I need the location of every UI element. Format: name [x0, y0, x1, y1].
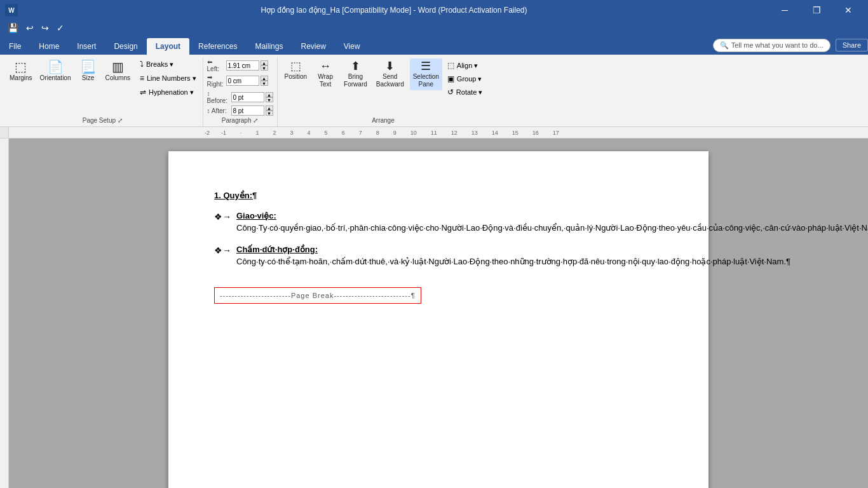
- hyphenation-button[interactable]: ⇌ Hyphenation ▾: [137, 86, 199, 98]
- undo-button[interactable]: ↩: [24, 22, 36, 34]
- spacing-after-icon: ↕ After:: [207, 107, 230, 114]
- indent-left-icon: ⬅ Left:: [207, 58, 225, 72]
- vertical-ruler: [0, 139, 9, 488]
- breaks-button[interactable]: ⤵ Breaks ▾: [137, 58, 199, 70]
- spacing-before-arrows: ▲ ▼: [266, 92, 273, 102]
- ribbon-group-page-setup: ⬚ Margins 📄 Orientation 📃 Size ▥ Columns…: [3, 57, 203, 126]
- rotate-button[interactable]: ↺ Rotate ▾: [445, 86, 485, 98]
- quick-access-toolbar: 💾 ↩ ↪ ✓: [0, 20, 868, 36]
- wrap-text-button[interactable]: ↔ WrapText: [313, 58, 338, 90]
- spacing-before-row: ↕ Before: 0 pt ▲ ▼: [207, 90, 273, 104]
- bullet-label-1: Giao·việc:: [236, 211, 276, 220]
- page-setup-small: ⤵ Breaks ▾ ≡ Line Numbers ▾ ⇌ Hyphenatio…: [137, 58, 199, 98]
- indent-right-down[interactable]: ▼: [261, 81, 268, 86]
- spacing-after-down[interactable]: ▼: [266, 111, 273, 116]
- margins-icon: ⬚: [15, 60, 27, 73]
- tab-home[interactable]: Home: [30, 38, 68, 55]
- tab-design[interactable]: Design: [105, 38, 146, 55]
- spacing-after-row: ↕ After: 8 pt ▲ ▼: [207, 105, 273, 116]
- orientation-label: Orientation: [40, 74, 71, 82]
- bullet-item-2: ❖→ Chấm·dứt·hợp·đồng: Công·ty·có·thể·tạm…: [214, 243, 663, 268]
- line-numbers-label: Line Numbers ▾: [147, 74, 196, 83]
- position-button[interactable]: ⬚ Position: [281, 58, 311, 83]
- indent-right-up[interactable]: ▲: [261, 76, 268, 81]
- group-label: Group ▾: [457, 75, 482, 83]
- spacing-before-down[interactable]: ▼: [266, 97, 273, 102]
- line-numbers-button[interactable]: ≡ Line Numbers ▾: [137, 72, 199, 84]
- bring-forward-label: BringForward: [344, 73, 367, 88]
- paragraph-content: ⬅ Left: 1.91 cm ▲ ▼ ➡ Right: 0 cm ▲: [207, 58, 273, 116]
- bring-forward-button[interactable]: ⬆ BringForward: [341, 58, 370, 90]
- check-button[interactable]: ✓: [54, 22, 67, 34]
- spacing-after-input[interactable]: 8 pt: [231, 105, 264, 116]
- bullet-item-1: ❖→ Giao·việc: Công·Ty·có·quyền·giao,·bố·…: [214, 210, 663, 234]
- title-bar-title: Hợp đồng lao động_Ha [Compatibility Mode…: [18, 6, 770, 15]
- size-button[interactable]: 📃 Size: [76, 58, 101, 84]
- tab-review[interactable]: Review: [292, 38, 334, 55]
- tab-mailings[interactable]: Mailings: [246, 38, 292, 55]
- ruler-corner: [0, 127, 9, 139]
- redo-button[interactable]: ↪: [39, 22, 51, 34]
- bullet-content-1: Công·Ty·có·quyền·giao,·bố·trí,·phân·chia…: [236, 223, 868, 233]
- tab-insert[interactable]: Insert: [68, 38, 105, 55]
- document-area: 1. Quyền:¶ ❖→ Giao·việc: Công·Ty·có·quyề…: [0, 139, 868, 488]
- spacing-group: ↕ Before: 0 pt ▲ ▼ ↕ After: 8 pt ▲ ▼: [207, 90, 273, 116]
- tab-references[interactable]: References: [189, 38, 246, 55]
- close-button[interactable]: ✕: [834, 0, 863, 20]
- indent-right-input[interactable]: 0 cm: [226, 76, 259, 86]
- group-button[interactable]: ▣ Group ▾: [445, 73, 485, 85]
- search-icon: 🔍: [720, 41, 729, 50]
- page-setup-label: Page Setup ⤢: [83, 116, 123, 125]
- columns-label: Columns: [105, 74, 130, 82]
- indent-left-up[interactable]: ▲: [261, 60, 268, 65]
- bullet-marker-1: ❖→: [214, 210, 231, 234]
- spacing-after-up[interactable]: ▲: [266, 105, 273, 111]
- rotate-icon: ↺: [447, 88, 454, 97]
- bullet-text-2: Chấm·dứt·hợp·đồng: Công·ty·có·thể·tạm·ho…: [236, 243, 790, 268]
- align-icon: ⬚: [447, 61, 454, 70]
- page-break-indicator: ------------------------Page Break------…: [214, 287, 421, 304]
- selection-pane-icon: ☰: [421, 60, 431, 72]
- save-button[interactable]: 💾: [5, 22, 21, 34]
- restore-button[interactable]: ❐: [802, 0, 831, 20]
- title-bar: W Hợp đồng lao động_Ha [Compatibility Mo…: [0, 0, 868, 20]
- send-backward-label: SendBackward: [376, 73, 404, 88]
- tell-me-box[interactable]: 🔍 Tell me what you want to do...: [713, 39, 831, 52]
- tab-file[interactable]: File: [0, 38, 30, 55]
- hyphenation-label: Hyphenation ▾: [149, 88, 194, 97]
- tab-view[interactable]: View: [335, 38, 369, 55]
- position-icon: ⬚: [290, 60, 301, 72]
- bullet-label-2: Chấm·dứt·hợp·đồng:: [236, 245, 318, 254]
- horizontal-ruler: -2 -1 · 1 2 3 4 5 6 7 8 9 10 11 12 13 14…: [0, 127, 868, 139]
- tab-layout[interactable]: Layout: [147, 38, 189, 55]
- document-scroll[interactable]: 1. Quyền:¶ ❖→ Giao·việc: Công·Ty·có·quyề…: [9, 139, 868, 488]
- indent-left-row: ⬅ Left: 1.91 cm ▲ ▼: [207, 58, 268, 72]
- orientation-button[interactable]: 📄 Orientation: [37, 58, 74, 84]
- page-setup-content: ⬚ Margins 📄 Orientation 📃 Size ▥ Columns…: [6, 58, 199, 116]
- bullet-text-1: Giao·việc: Công·Ty·có·quyền·giao,·bố·trí…: [236, 210, 868, 234]
- document-page: 1. Quyền:¶ ❖→ Giao·việc: Công·Ty·có·quyề…: [168, 151, 709, 488]
- section-heading: 1. Quyền:¶: [214, 189, 663, 202]
- breaks-label: Breaks ▾: [146, 60, 173, 69]
- margins-button[interactable]: ⬚ Margins: [6, 58, 36, 84]
- arrange-extra: ⬚ Align ▾ ▣ Group ▾ ↺ Rotate ▾: [445, 58, 485, 98]
- margins-label: Margins: [10, 74, 32, 82]
- indent-left-down[interactable]: ▼: [261, 65, 268, 71]
- group-icon: ▣: [447, 74, 454, 83]
- title-bar-left: W: [5, 4, 18, 17]
- spacing-before-input[interactable]: 0 pt: [231, 92, 264, 102]
- columns-button[interactable]: ▥ Columns: [102, 58, 133, 84]
- wrap-text-icon: ↔: [320, 60, 331, 72]
- arrange-content: ⬚ Position ↔ WrapText ⬆ BringForward ⬇ S…: [281, 58, 485, 116]
- ribbon-content: ⬚ Margins 📄 Orientation 📃 Size ▥ Columns…: [0, 55, 868, 127]
- align-button[interactable]: ⬚ Align ▾: [445, 60, 485, 71]
- selection-pane-button[interactable]: ☰ SelectionPane: [410, 58, 442, 90]
- indent-group: ⬅ Left: 1.91 cm ▲ ▼ ➡ Right: 0 cm ▲: [207, 58, 268, 88]
- minimize-button[interactable]: ─: [770, 0, 799, 20]
- send-backward-button[interactable]: ⬇ SendBackward: [373, 58, 407, 90]
- size-label: Size: [82, 74, 94, 82]
- orientation-icon: 📄: [48, 60, 64, 73]
- spacing-before-up[interactable]: ▲: [266, 92, 273, 97]
- indent-left-input[interactable]: 1.91 cm: [226, 60, 259, 71]
- share-button[interactable]: Share: [836, 39, 868, 51]
